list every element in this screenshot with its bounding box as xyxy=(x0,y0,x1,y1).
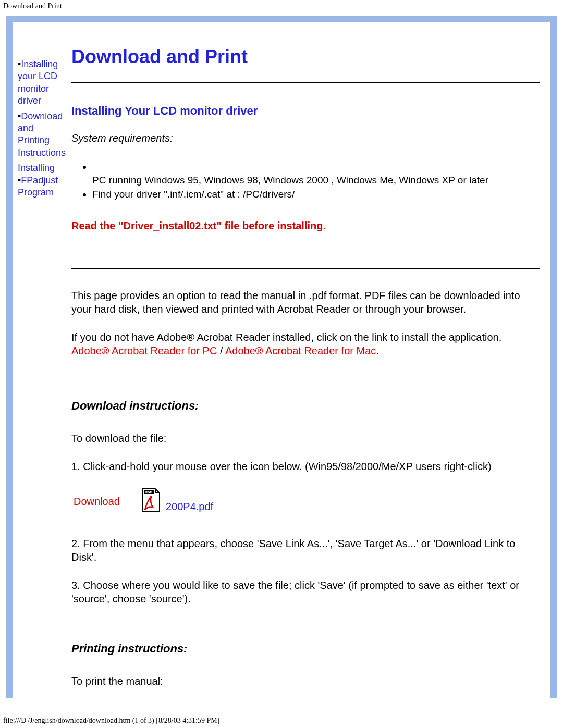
sidebar-item-install-driver[interactable]: •Installing your LCD monitor driver xyxy=(18,58,67,110)
requirements-list: PC running Windows 95, Windows 98, Windo… xyxy=(92,160,540,201)
download-step-2: 2. From the menu that appears, choose 'S… xyxy=(71,537,540,564)
divider xyxy=(71,268,540,269)
sidebar-item-download-print[interactable]: •Download and Printing Instructions xyxy=(18,110,67,163)
pdf-filename[interactable]: 200P4.pdf xyxy=(166,501,213,513)
footer-path: file:///D|/J/english/download/download.h… xyxy=(3,717,219,725)
pdf-download-block[interactable]: PDF 200P4.pdf xyxy=(141,488,213,513)
install-warning: Read the "Driver_install02.txt" file bef… xyxy=(71,220,540,232)
sidebar-nav: •Installing your LCD monitor driver •Dow… xyxy=(13,33,67,698)
download-label: Download xyxy=(71,496,120,513)
download-row: Download PDF 200P4.pdf xyxy=(71,488,540,513)
reader-text-end: . xyxy=(376,345,379,356)
divider xyxy=(71,82,540,83)
main-content: Download and Print Installing Your LCD m… xyxy=(67,33,550,698)
list-item: Find your driver ".inf/.icm/.cat" at : /… xyxy=(92,188,540,201)
download-intro-text: To download the file: xyxy=(71,431,540,445)
reader-info-text: If you do not have Adobe® Acrobat Reader… xyxy=(71,330,540,357)
sidebar-item-label-line1: Installing xyxy=(18,163,55,173)
reader-separator: / xyxy=(217,345,225,356)
pdf-icon: PDF xyxy=(141,488,162,513)
reader-text-prefix: If you do not have Adobe® Acrobat Reader… xyxy=(71,331,501,343)
link-acrobat-pc[interactable]: Adobe® Acrobat Reader for PC xyxy=(71,345,217,356)
printing-instructions-title: Printing instructions: xyxy=(71,642,540,656)
printing-intro-text: To print the manual: xyxy=(71,674,540,688)
svg-text:PDF: PDF xyxy=(145,491,152,494)
download-step-3: 3. Choose where you would like to save t… xyxy=(71,578,540,606)
sidebar-item-label-line2: FPadjust Program xyxy=(18,175,58,198)
page-title: Download and Print xyxy=(71,46,540,68)
system-requirements-label: System requirements: xyxy=(71,132,540,144)
download-instructions-title: Download instructions: xyxy=(71,399,540,413)
download-step-1: 1. Click-and-hold your mouse over the ic… xyxy=(71,460,540,473)
sidebar-item-label: Installing your LCD monitor driver xyxy=(18,59,58,106)
link-acrobat-mac[interactable]: Adobe® Acrobat Reader for Mac xyxy=(225,345,376,356)
section-title-install: Installing Your LCD monitor driver xyxy=(71,104,540,118)
pdf-info-text: This page provides an option to read the… xyxy=(71,289,540,316)
requirement-text: PC running Windows 95, Windows 98, Windo… xyxy=(92,175,488,186)
sidebar-item-fpadjust[interactable]: Installing •FPadjust Program xyxy=(18,162,67,202)
sidebar-item-label: Download and Printing Instructions xyxy=(18,111,66,158)
window-header-title: Download and Print xyxy=(0,0,563,16)
list-item: PC running Windows 95, Windows 98, Windo… xyxy=(92,160,540,187)
content-frame: •Installing your LCD monitor driver •Dow… xyxy=(6,16,557,698)
